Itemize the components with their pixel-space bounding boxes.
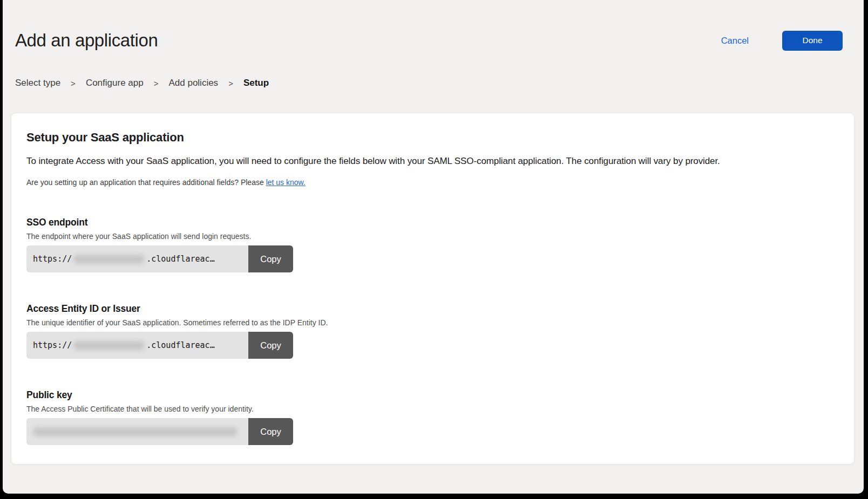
breadcrumb-step-add-policies[interactable]: Add policies bbox=[168, 78, 218, 88]
field-group-public-key: Public key The Access Public Certificate… bbox=[26, 389, 839, 445]
breadcrumb-step-select-type[interactable]: Select type bbox=[15, 78, 60, 88]
public-key-description: The Access Public Certificate that will … bbox=[26, 405, 839, 413]
card-heading: Setup your SaaS application bbox=[26, 131, 839, 145]
redacted-value bbox=[73, 255, 145, 264]
public-key-copy-button[interactable]: Copy bbox=[248, 418, 293, 445]
public-key-label: Public key bbox=[26, 389, 839, 401]
entity-id-label: Access Entity ID or Issuer bbox=[26, 303, 839, 315]
done-button[interactable]: Done bbox=[782, 31, 843, 51]
cancel-button[interactable]: Cancel bbox=[721, 36, 749, 46]
sso-endpoint-value[interactable]: https://.cloudflareac… bbox=[26, 245, 248, 272]
value-prefix: https:// bbox=[33, 340, 72, 350]
entity-id-description: The unique identifier of your SaaS appli… bbox=[26, 318, 839, 327]
app-window: Add an application Cancel Done Select ty… bbox=[3, 0, 864, 494]
field-group-entity-id: Access Entity ID or Issuer The unique id… bbox=[26, 303, 839, 359]
card-intro: To integrate Access with your SaaS appli… bbox=[26, 156, 839, 167]
sso-endpoint-description: The endpoint where your SaaS application… bbox=[26, 232, 839, 241]
breadcrumb-step-configure-app[interactable]: Configure app bbox=[86, 78, 144, 88]
let-us-know-link[interactable]: let us know. bbox=[266, 178, 306, 187]
public-key-field: Copy bbox=[26, 418, 293, 445]
entity-id-field: https://.cloudflareac… Copy bbox=[26, 332, 293, 359]
entity-id-copy-button[interactable]: Copy bbox=[248, 332, 293, 359]
sso-endpoint-copy-button[interactable]: Copy bbox=[248, 245, 293, 272]
card-note-text: Are you setting up an application that r… bbox=[26, 178, 266, 187]
redacted-value bbox=[33, 427, 238, 436]
value-prefix: https:// bbox=[33, 254, 72, 264]
sso-endpoint-field: https://.cloudflareac… Copy bbox=[26, 245, 293, 272]
card-note: Are you setting up an application that r… bbox=[26, 178, 839, 187]
topbar: Add an application Cancel Done bbox=[3, 0, 864, 51]
topbar-actions: Cancel Done bbox=[721, 31, 843, 51]
breadcrumb-separator: > bbox=[228, 79, 233, 88]
breadcrumb-step-setup: Setup bbox=[243, 78, 269, 88]
field-group-sso-endpoint: SSO endpoint The endpoint where your Saa… bbox=[26, 217, 839, 272]
breadcrumb-separator: > bbox=[154, 79, 159, 88]
sso-endpoint-label: SSO endpoint bbox=[26, 217, 839, 228]
public-key-value[interactable] bbox=[26, 418, 248, 445]
setup-card: Setup your SaaS application To integrate… bbox=[11, 113, 855, 464]
redacted-value bbox=[73, 341, 145, 350]
breadcrumb-separator: > bbox=[71, 79, 76, 88]
breadcrumb: Select type > Configure app > Add polici… bbox=[15, 78, 864, 88]
value-suffix: .cloudflareac… bbox=[146, 340, 214, 350]
entity-id-value[interactable]: https://.cloudflareac… bbox=[26, 332, 248, 359]
value-suffix: .cloudflareac… bbox=[146, 254, 214, 264]
page-title: Add an application bbox=[15, 30, 158, 51]
